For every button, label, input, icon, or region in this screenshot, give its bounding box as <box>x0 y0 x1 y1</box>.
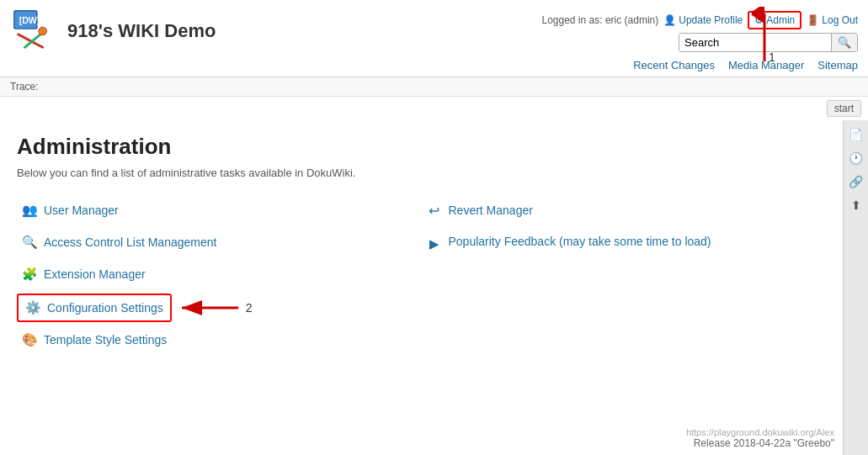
revert-manager-link[interactable]: ↩ Revert Manager <box>422 196 827 225</box>
logo-area: [DW] 918's WIKI Demo <box>10 7 216 56</box>
config-settings-link[interactable]: ⚙️ Configuration Settings <box>17 294 172 322</box>
logout-icon: 🚪 <box>807 14 819 26</box>
logged-in-text: Logged in as: eric (admin) 👤 Update Prof… <box>541 11 858 29</box>
svg-point-4 <box>39 27 47 35</box>
footer-release: Release 2018-04-22a "Greebo" <box>686 437 834 449</box>
recent-changes-link[interactable]: Recent Changes <box>633 59 715 71</box>
up-icon[interactable]: ⬆ <box>847 196 865 214</box>
page-icon[interactable]: 📄 <box>847 125 865 144</box>
update-profile-button[interactable]: 👤 Update Profile <box>663 14 743 26</box>
admin-right-col: ↩ Revert Manager ▶ Popularity Feedback (… <box>422 196 827 354</box>
user-manager-label: User Manager <box>44 204 119 217</box>
acl-link[interactable]: 🔍 Access Control List Management <box>17 228 422 257</box>
admin-description: Below you can find a list of administrat… <box>17 167 826 179</box>
logout-button[interactable]: 🚪 Log Out <box>807 14 858 26</box>
trace-bar: Trace: <box>0 77 868 97</box>
logo-icon: [DW] <box>10 7 59 56</box>
nav-links: Recent Changes Media Manager Sitemap <box>0 59 868 77</box>
footer-area: https://playground.dokuwiki.org/Alex Rel… <box>686 427 834 449</box>
extension-manager-label: Extension Manager <box>44 267 146 281</box>
popularity-link[interactable]: ▶ Popularity Feedback (may take some tim… <box>422 228 827 258</box>
template-style-link[interactable]: 🎨 Template Style Settings <box>17 325 422 354</box>
user-icon: 👤 <box>663 14 676 26</box>
trace-label: Trace: <box>10 81 39 93</box>
right-toolbar: 📄 🕐 🔗 ⬆ <box>843 120 868 455</box>
site-title: 918's WIKI Demo <box>67 20 216 42</box>
config-settings-icon: ⚙️ <box>25 300 40 315</box>
admin-left-col: 👥 User Manager 🔍 Access Control List Man… <box>17 196 422 354</box>
history-icon[interactable]: 🕐 <box>847 149 865 167</box>
annotation-2: 2 <box>246 301 253 315</box>
acl-label: Access Control List Management <box>44 235 216 249</box>
user-manager-link[interactable]: 👥 User Manager <box>17 196 422 225</box>
popularity-icon: ▶ <box>427 236 442 251</box>
header-right: Logged in as: eric (admin) 👤 Update Prof… <box>541 11 858 52</box>
start-bar: start <box>0 97 868 120</box>
content-area: Administration Below you can find a list… <box>0 120 843 455</box>
start-button[interactable]: start <box>827 100 861 117</box>
revert-manager-icon: ↩ <box>427 203 442 218</box>
footer-url: https://playground.dokuwiki.org/Alex <box>686 427 834 437</box>
search-button[interactable]: 🔍 <box>831 34 857 51</box>
admin-grid: 👥 User Manager 🔍 Access Control List Man… <box>17 196 826 354</box>
sitemap-link[interactable]: Sitemap <box>817 59 858 71</box>
user-manager-icon: 👥 <box>22 203 37 218</box>
arrow-2-icon <box>175 295 242 320</box>
extension-manager-link[interactable]: 🧩 Extension Manager <box>17 260 422 288</box>
link-icon[interactable]: 🔗 <box>847 172 865 191</box>
header: [DW] 918's WIKI Demo Logged in as: eric … <box>0 0 868 77</box>
svg-text:[DW]: [DW] <box>19 15 40 25</box>
revert-manager-label: Revert Manager <box>449 204 533 217</box>
acl-icon: 🔍 <box>22 235 37 250</box>
template-style-label: Template Style Settings <box>44 333 167 347</box>
extension-manager-icon: 🧩 <box>22 267 37 282</box>
admin-title: Administration <box>17 134 826 160</box>
config-settings-label: Configuration Settings <box>47 301 163 315</box>
popularity-label: Popularity Feedback (may take some time … <box>449 235 711 248</box>
template-style-icon: 🎨 <box>22 332 37 347</box>
